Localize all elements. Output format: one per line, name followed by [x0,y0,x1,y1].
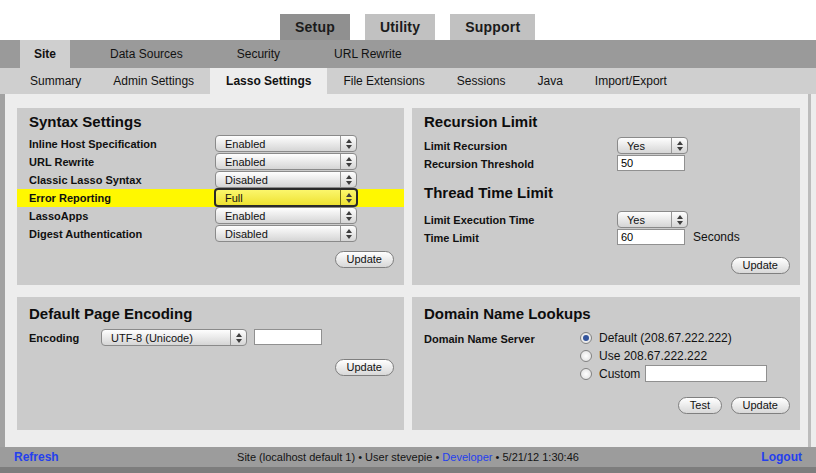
setting-label: Error Reporting [29,189,111,207]
setting-label: Limit Recursion [424,137,507,155]
url-rewrite-select[interactable]: Enabled [215,153,357,170]
seconds-unit-label: Seconds [693,230,740,244]
tab-import-export[interactable]: Import/Export [579,68,683,94]
select-value: Enabled [216,138,340,150]
error-reporting-select[interactable]: Full [214,188,358,207]
bullet: • [435,451,439,463]
select-value: Full [216,192,340,204]
tab-url-rewrite[interactable]: URL Rewrite [320,40,416,68]
time-limit-input[interactable] [617,229,685,245]
tab-site[interactable]: Site [20,40,70,68]
setting-row-limit-recursion: Limit Recursion Yes [412,137,800,155]
encoding-update-button[interactable]: Update [335,359,394,376]
dns-update-button[interactable]: Update [731,397,790,414]
select-value: Disabled [216,174,340,186]
setting-row-lassoapps: LassoApps Enabled [17,207,404,225]
status-user: User stevepie [365,451,432,463]
section-tab-bar: Site Data Sources Security URL Rewrite [0,40,816,68]
encoding-select[interactable]: UTF-8 (Unicode) [101,329,247,346]
setting-row-error-reporting-highlighted: Error Reporting Full [17,189,404,207]
tab-setup[interactable]: Setup [280,14,350,40]
select-value: Yes [618,140,671,152]
tab-java[interactable]: Java [522,68,579,94]
dns-server-label: Domain Name Server [424,331,535,348]
select-value: Enabled [216,210,340,222]
setting-row-classic-syntax: Classic Lasso Syntax Disabled [17,171,404,189]
lassoapps-select[interactable]: Enabled [215,207,357,224]
lasso-admin-page: Setup Utility Support Site Data Sources … [0,0,816,473]
radio-custom[interactable] [580,368,592,380]
dns-option-use: Use 208.67.222.222 [580,347,707,364]
setting-row-url-rewrite: URL Rewrite Enabled [17,153,404,171]
setting-row-encoding: Encoding UTF-8 (Unicode) [17,329,404,347]
tab-summary[interactable]: Summary [14,68,97,94]
dns-custom-input[interactable] [645,365,767,382]
setting-row-limit-execution: Limit Execution Time Yes [412,211,800,229]
recursion-threshold-input[interactable] [617,155,685,171]
tab-file-extensions[interactable]: File Extensions [327,68,440,94]
setting-row-inline-host: Inline Host Specification Enabled [17,135,404,153]
stepper-arrows-icon [230,330,246,345]
tab-sessions[interactable]: Sessions [441,68,522,94]
primary-tab-bar: Setup Utility Support [280,14,535,40]
select-value: Enabled [216,156,340,168]
classic-syntax-select[interactable]: Disabled [215,171,357,188]
bullet: • [496,451,500,463]
recursion-thread-panel: Recursion Limit Limit Recursion Yes Recu… [412,108,800,285]
dns-test-button[interactable]: Test [678,397,722,414]
tab-admin-settings[interactable]: Admin Settings [97,68,210,94]
radio-label: Default (208.67.222.222) [599,331,732,345]
tab-utility[interactable]: Utility [365,14,435,40]
setting-label: Digest Authentication [29,225,142,243]
tab-data-sources[interactable]: Data Sources [96,40,197,68]
setting-label: LassoApps [29,207,88,225]
setting-row-recursion-threshold: Recursion Threshold [412,155,800,173]
encoding-custom-input[interactable] [254,329,322,345]
panel-title: Domain Name Lookups [424,305,591,322]
dns-option-default: Default (208.67.222.222) [580,329,732,346]
radio-label: Use 208.67.222.222 [599,349,707,363]
setting-label: Inline Host Specification [29,135,157,153]
status-bar: Refresh Site (localhost default 1) • Use… [0,447,816,467]
select-value: UTF-8 (Unicode) [102,332,230,344]
digest-auth-select[interactable]: Disabled [215,225,357,242]
status-text: Site (localhost default 1) • User stevep… [0,451,816,463]
syntax-update-button[interactable]: Update [335,251,394,268]
tab-lasso-settings[interactable]: Lasso Settings [210,68,327,94]
setting-label: Encoding [29,329,79,347]
thread-update-button[interactable]: Update [731,257,790,274]
radio-use[interactable] [580,350,592,362]
tab-security[interactable]: Security [223,40,294,68]
dns-panel: Domain Name Lookups Domain Name Server D… [412,297,800,430]
subsection-tab-bar: Summary Admin Settings Lasso Settings Fi… [0,68,816,94]
inline-host-select[interactable]: Enabled [215,135,357,152]
stepper-arrows-icon [340,208,356,223]
panel-title: Syntax Settings [29,113,142,130]
radio-default[interactable] [580,332,592,344]
panel-title: Recursion Limit [424,113,537,130]
stepper-arrows-icon [340,172,356,187]
limit-recursion-select[interactable]: Yes [617,137,688,154]
limit-execution-select[interactable]: Yes [617,211,688,228]
logout-link[interactable]: Logout [761,450,802,464]
dns-option-custom: Custom [580,365,767,382]
stepper-arrows-icon [340,154,356,169]
tab-support[interactable]: Support [450,14,535,40]
status-timestamp: 5/21/12 1:30:46 [502,451,578,463]
setting-row-time-limit: Time Limit Seconds [412,229,800,247]
setting-label: Limit Execution Time [424,211,534,229]
right-edge-strip [808,94,811,447]
encoding-panel: Default Page Encoding Encoding UTF-8 (Un… [17,297,404,430]
bullet: • [358,451,362,463]
setting-label: Classic Lasso Syntax [29,171,142,189]
stepper-arrows-icon [340,136,356,151]
setting-label: Recursion Threshold [424,155,534,173]
select-value: Yes [618,214,671,226]
setting-label: Time Limit [424,229,479,247]
stepper-arrows-icon [671,138,687,153]
panel-title: Thread Time Limit [424,184,553,201]
developer-link[interactable]: Developer [442,451,492,463]
stepper-arrows-icon [671,212,687,227]
setting-label: URL Rewrite [29,153,94,171]
select-value: Disabled [216,228,340,240]
